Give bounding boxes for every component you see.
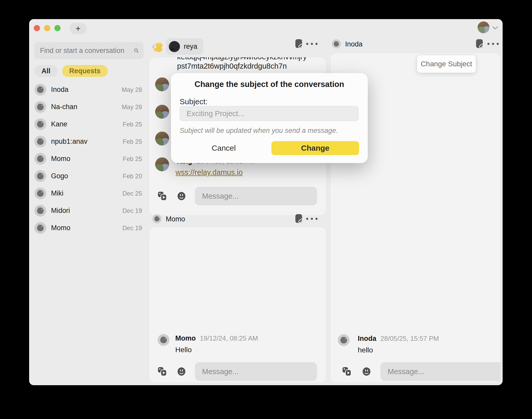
- message-input[interactable]: [195, 187, 317, 205]
- default-avatar-icon: [34, 222, 46, 234]
- chevron-down-icon[interactable]: [492, 26, 498, 30]
- message-input[interactable]: [380, 362, 501, 381]
- conversation-name: Momo: [51, 224, 122, 232]
- conversation-name: Na-chan: [51, 103, 122, 111]
- message-text: Hello: [175, 346, 192, 354]
- plus-icon: +: [76, 23, 81, 34]
- momo-conversation-panel: Momo19/12/24, 08:25 AM Hello: [149, 227, 326, 383]
- change-subject-dialog: Change the subject of the conversation S…: [171, 73, 368, 163]
- conversation-name: Midori: [51, 207, 122, 215]
- message-avatar: [155, 77, 169, 91]
- minimize-window-button[interactable]: [44, 25, 50, 31]
- change-subject-icon[interactable]: [295, 39, 303, 49]
- dialog-title: Change the subject of the conversation: [171, 80, 368, 89]
- more-options-icon[interactable]: [487, 39, 499, 49]
- default-avatar-icon: [34, 118, 46, 130]
- filter-tabs: All Requests: [34, 65, 108, 77]
- message-header: Inoda28/05/25, 15:57 PM: [358, 335, 439, 343]
- subject-note: Subject will be updated when you send a …: [180, 127, 338, 135]
- conversation-date: May 28: [122, 103, 142, 111]
- message-avatar: [155, 132, 169, 146]
- default-avatar-icon: [34, 153, 46, 165]
- attach-media-icon[interactable]: [342, 367, 352, 376]
- subject-input[interactable]: [180, 106, 359, 121]
- message-input[interactable]: [195, 362, 317, 381]
- conversation-name: Gogo: [51, 172, 123, 180]
- change-subject-icon[interactable]: [475, 39, 484, 49]
- search-icon: [134, 47, 139, 54]
- list-item[interactable]: Miki Dec 25: [29, 185, 148, 202]
- reya-avatar: [169, 41, 180, 52]
- conversation-date: Feb 25: [123, 121, 142, 128]
- search-field[interactable]: [34, 42, 144, 59]
- message-avatar: [155, 157, 169, 171]
- more-options-icon[interactable]: [306, 214, 318, 224]
- new-tab-button[interactable]: +: [70, 23, 87, 34]
- message-timestamp: 19/12/24, 08:25 AM: [200, 334, 258, 342]
- conversation-name: npub1:anav: [51, 138, 123, 146]
- default-avatar-icon: [34, 101, 46, 113]
- change-subject-icon[interactable]: [295, 214, 303, 224]
- conversation-name: Kane: [51, 120, 123, 128]
- conversation-date: Dec 19: [122, 207, 142, 214]
- list-item[interactable]: npub1:anav Feb 25: [29, 133, 148, 150]
- message-text: hello: [358, 346, 373, 354]
- message-author: Momo: [175, 334, 196, 342]
- conversation-date: Feb 20: [123, 173, 142, 180]
- emoji-picker-icon[interactable]: [177, 367, 186, 376]
- default-avatar-icon: [34, 205, 46, 217]
- account-avatar[interactable]: [478, 21, 489, 33]
- conversation-date: Dec 19: [122, 224, 142, 232]
- emoji-picker-icon[interactable]: [362, 367, 371, 376]
- message-header: Momo19/12/24, 08:25 AM: [175, 334, 258, 342]
- npub-text-clipped: ket8qjq4mpag2lygh4wf86eykzkhvvmjry: [177, 57, 307, 61]
- message-author: Inoda: [358, 335, 376, 342]
- search-input[interactable]: [34, 47, 134, 55]
- zoom-window-button[interactable]: [54, 25, 61, 31]
- list-item[interactable]: Gogo Feb 20: [29, 167, 148, 185]
- momo-avatar: [152, 214, 162, 223]
- app-window: + All Requests Inoda May 28 Na-chan May …: [29, 19, 503, 385]
- reya-conversation-header[interactable]: reya: [166, 38, 203, 55]
- attach-media-icon[interactable]: [158, 191, 167, 201]
- reya-title: reya: [184, 43, 197, 51]
- close-window-button[interactable]: [34, 25, 40, 31]
- conversation-date: Dec 25: [122, 190, 142, 197]
- inoda-avatar: [332, 39, 341, 49]
- npub-text: pst7mta2t6wpjh0qfzkdrdgu8ch7n: [177, 62, 287, 70]
- message-avatar: [157, 334, 170, 346]
- message-timestamp: 28/05/25, 15:57 PM: [380, 335, 439, 342]
- default-avatar-icon: [34, 187, 46, 199]
- conversation-date: Feb 25: [123, 138, 142, 145]
- default-avatar-icon: [34, 135, 46, 148]
- attach-media-icon[interactable]: [158, 367, 167, 376]
- change-subject-tooltip: Change Subject: [417, 55, 476, 73]
- momo-title: Momo: [166, 215, 185, 223]
- message-avatar: [155, 105, 169, 119]
- default-avatar-icon: [34, 84, 46, 96]
- list-item[interactable]: Kane Feb 25: [29, 116, 148, 133]
- relay-link[interactable]: wss://relay.damus.io: [176, 168, 243, 177]
- filter-requests[interactable]: Requests: [62, 65, 108, 77]
- list-item[interactable]: Momo Dec 19: [29, 219, 148, 237]
- emoji-picker-icon[interactable]: [177, 192, 186, 200]
- conversation-name: Inoda: [51, 86, 122, 94]
- change-button[interactable]: Change: [271, 141, 359, 155]
- default-avatar-icon: [34, 170, 46, 182]
- conversation-name: Miki: [51, 189, 122, 197]
- conversation-date: Feb 25: [123, 155, 142, 163]
- list-item[interactable]: Inoda May 28: [29, 81, 148, 98]
- list-item[interactable]: Na-chan May 28: [29, 98, 148, 116]
- filter-all[interactable]: All: [34, 65, 58, 77]
- conversation-list: Inoda May 28 Na-chan May 28 Kane Feb 25 …: [29, 81, 148, 237]
- message-avatar: [338, 334, 350, 346]
- wave-emoji: [152, 42, 163, 53]
- subject-label: Subject:: [180, 97, 207, 106]
- cancel-button[interactable]: Cancel: [197, 141, 251, 155]
- conversation-name: Momo: [51, 155, 123, 163]
- inoda-title: Inoda: [345, 40, 363, 48]
- conversation-date: May 28: [122, 86, 142, 93]
- list-item[interactable]: Midori Dec 19: [29, 202, 148, 219]
- more-options-icon[interactable]: [306, 39, 318, 49]
- list-item[interactable]: Momo Feb 25: [29, 150, 148, 167]
